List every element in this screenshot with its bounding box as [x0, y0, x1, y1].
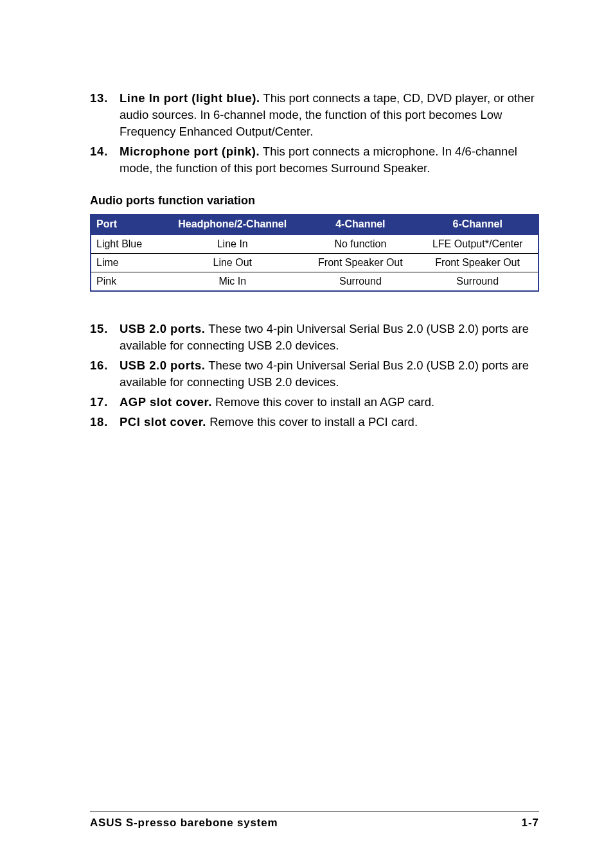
list-item: 17.AGP slot cover. Remove this cover to …: [90, 394, 539, 411]
table-heading: Audio ports function variation: [90, 194, 539, 208]
item-number: 14.: [90, 143, 120, 177]
table-cell: Front Speaker Out: [303, 254, 417, 272]
table-cell: LFE Output*/Center: [417, 235, 538, 254]
item-label: USB 2.0 ports.: [120, 359, 205, 372]
table-cell: No function: [303, 235, 417, 254]
item-text: Microphone port (pink). This port connec…: [120, 143, 539, 177]
list-item: 16.USB 2.0 ports. These two 4-pin Univer…: [90, 357, 539, 391]
page-footer: ASUS S-presso barebone system 1-7: [90, 811, 539, 829]
audio-ports-table: PortHeadphone/2-Channel4-Channel6-Channe…: [90, 214, 539, 292]
top-list: 13.Line In port (light blue). This port …: [90, 90, 539, 176]
item-label: USB 2.0 ports.: [120, 322, 205, 335]
table-cell: Surround: [303, 272, 417, 292]
table-header-cell: 6-Channel: [417, 215, 538, 235]
item-number: 13.: [90, 90, 120, 140]
table-cell: Pink: [91, 272, 161, 292]
item-label: AGP slot cover.: [120, 395, 212, 409]
table-cell: Front Speaker Out: [417, 254, 538, 272]
item-text: USB 2.0 ports. These two 4-pin Universal…: [120, 321, 539, 354]
item-description: Remove this cover to install an AGP card…: [212, 395, 434, 409]
item-label: Microphone port (pink).: [120, 145, 260, 158]
item-text: PCI slot cover. Remove this cover to ins…: [120, 414, 539, 430]
list-item: 18.PCI slot cover. Remove this cover to …: [90, 414, 539, 430]
item-label: PCI slot cover.: [120, 415, 206, 429]
item-text: AGP slot cover. Remove this cover to ins…: [120, 394, 539, 411]
table-cell: Line In: [161, 235, 303, 254]
table-header-cell: Headphone/2-Channel: [161, 215, 303, 235]
footer-product-name: ASUS S-presso barebone system: [90, 817, 278, 829]
list-item: 15.USB 2.0 ports. These two 4-pin Univer…: [90, 321, 539, 354]
item-text: USB 2.0 ports. These two 4-pin Universal…: [120, 357, 539, 391]
item-label: Line In port (light blue).: [120, 91, 260, 105]
bottom-list: 15.USB 2.0 ports. These two 4-pin Univer…: [90, 321, 539, 430]
table-cell: Line Out: [161, 254, 303, 272]
item-number: 16.: [90, 357, 120, 391]
item-number: 18.: [90, 414, 120, 430]
item-text: Line In port (light blue). This port con…: [120, 90, 539, 140]
spacer: [90, 292, 539, 321]
table-row: LimeLine OutFront Speaker OutFront Speak…: [91, 254, 538, 272]
list-item: 13.Line In port (light blue). This port …: [90, 90, 539, 140]
item-description: Remove this cover to install a PCI card.: [206, 415, 418, 429]
table-row: PinkMic InSurroundSurround: [91, 272, 538, 292]
footer-page-number: 1-7: [521, 817, 539, 829]
table-header-cell: Port: [91, 215, 161, 235]
table-cell: Mic In: [161, 272, 303, 292]
item-number: 17.: [90, 394, 120, 411]
table-cell: Lime: [91, 254, 161, 272]
table-cell: Surround: [417, 272, 538, 292]
table-header-cell: 4-Channel: [303, 215, 417, 235]
item-number: 15.: [90, 321, 120, 354]
table-row: Light BlueLine InNo functionLFE Output*/…: [91, 235, 538, 254]
list-item: 14.Microphone port (pink). This port con…: [90, 143, 539, 177]
table-cell: Light Blue: [91, 235, 161, 254]
